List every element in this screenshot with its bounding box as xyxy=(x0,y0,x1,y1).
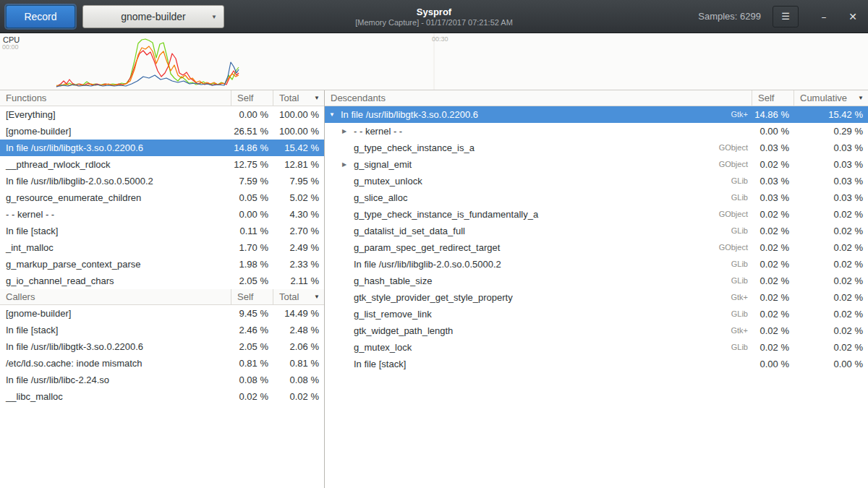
descendant-name-cell: g_hash_table_sizeGLib xyxy=(325,273,752,289)
function-name: In file /usr/lib/libgtk-3.so.0.2200.6 xyxy=(0,140,231,156)
tree-row[interactable]: In file [stack]0.00 %0.00 % xyxy=(325,356,868,372)
category-label: GLib xyxy=(731,173,752,189)
column-header-total[interactable]: Total ▼ xyxy=(273,289,324,304)
category-label: GLib xyxy=(731,339,752,356)
descendant-name: g_mutex_lock xyxy=(354,339,412,356)
self-percent: 0.03 % xyxy=(752,173,794,189)
table-row[interactable]: [gnome-builder]26.51 %100.00 % xyxy=(0,123,324,140)
self-percent: 7.59 % xyxy=(231,173,273,189)
header-bar: Record gnome-builder ▼ Sysprof [Memory C… xyxy=(0,0,868,33)
expander-expanded-icon[interactable]: ▼ xyxy=(329,106,341,123)
cumulative-percent: 0.02 % xyxy=(794,206,868,223)
tree-row[interactable]: ▼In file /usr/lib/libgtk-3.so.0.2200.6Gt… xyxy=(325,106,868,123)
cumulative-percent: 0.02 % xyxy=(794,273,868,289)
column-label: Total xyxy=(279,291,299,302)
column-header-cumulative[interactable]: Cumulative ▼ xyxy=(794,90,868,106)
descendant-name: - - kernel - - xyxy=(354,123,402,140)
function-name: In file /usr/lib/libgtk-3.so.0.2200.6 xyxy=(0,338,231,355)
tree-row[interactable]: g_hash_table_sizeGLib0.02 %0.02 % xyxy=(325,273,868,289)
cpu-green-line xyxy=(56,39,239,86)
column-label: Self xyxy=(237,93,253,103)
total-percent: 5.02 % xyxy=(273,189,324,206)
tree-row[interactable]: g_param_spec_get_redirect_targetGObject0… xyxy=(325,239,868,256)
close-button[interactable]: ✕ xyxy=(843,7,862,26)
table-row[interactable]: g_markup_parse_context_parse1.98 %2.33 % xyxy=(0,256,324,273)
table-row[interactable]: - - kernel - -0.00 %4.30 % xyxy=(0,206,324,223)
tree-row[interactable]: g_datalist_id_set_data_fullGLib0.02 %0.0… xyxy=(325,223,868,239)
column-header-descendants[interactable]: Descendants xyxy=(325,90,752,106)
self-percent: 0.00 % xyxy=(231,106,273,123)
table-row[interactable]: g_resource_enumerate_children0.05 %5.02 … xyxy=(0,189,324,206)
tree-row[interactable]: g_slice_allocGLib0.03 %0.03 % xyxy=(325,189,868,206)
descendant-name-cell: ▶- - kernel - - xyxy=(325,123,752,140)
tree-row[interactable]: In file /usr/lib/libglib-2.0.so.0.5000.2… xyxy=(325,256,868,273)
self-percent: 0.00 % xyxy=(752,356,794,372)
table-row[interactable]: /etc/ld.so.cache: inode mismatch0.81 %0.… xyxy=(0,355,324,372)
expander-collapsed-icon[interactable]: ▶ xyxy=(342,123,354,140)
column-header-self[interactable]: Self xyxy=(231,90,273,106)
table-row[interactable]: In file /usr/lib/libglib-2.0.so.0.5000.2… xyxy=(0,173,324,189)
tree-row[interactable]: g_type_check_instance_is_fundamentally_a… xyxy=(325,206,868,223)
tree-row[interactable]: g_mutex_lockGLib0.02 %0.02 % xyxy=(325,339,868,356)
cpu-timeline[interactable]: CPU 00:00 00:30 xyxy=(0,33,868,90)
descendant-name: g_list_remove_link xyxy=(354,306,432,322)
cumulative-percent: 0.03 % xyxy=(794,140,868,156)
cumulative-percent: 0.03 % xyxy=(794,173,868,189)
tree-row[interactable]: gtk_style_provider_get_style_propertyGtk… xyxy=(325,289,868,306)
table-row[interactable]: In file [stack]2.46 %2.48 % xyxy=(0,322,324,338)
self-percent: 0.03 % xyxy=(752,140,794,156)
column-header-functions[interactable]: Functions xyxy=(0,90,231,106)
self-percent: 0.81 % xyxy=(231,355,273,372)
total-percent: 12.81 % xyxy=(273,156,324,173)
total-percent: 0.02 % xyxy=(273,388,324,405)
category-label: GObject xyxy=(719,140,752,156)
self-percent: 0.02 % xyxy=(752,156,794,173)
column-header-self[interactable]: Self xyxy=(231,289,273,304)
hamburger-menu-button[interactable]: ☰ xyxy=(773,6,799,27)
table-row[interactable]: [gnome-builder]9.45 %14.49 % xyxy=(0,305,324,322)
tree-row[interactable]: gtk_widget_path_lengthGtk+0.02 %0.02 % xyxy=(325,322,868,339)
minimize-button[interactable]: – xyxy=(814,7,833,26)
column-header-total[interactable]: Total ▼ xyxy=(273,90,324,106)
time-tick-mid: 00:30 xyxy=(432,35,448,43)
category-label: GLib xyxy=(731,223,752,239)
chevron-down-icon: ▼ xyxy=(211,14,217,20)
self-percent: 0.02 % xyxy=(752,306,794,322)
self-percent: 0.02 % xyxy=(752,322,794,339)
table-row[interactable]: In file /usr/lib/libc-2.24.so0.08 %0.08 … xyxy=(0,372,324,388)
table-row[interactable]: __libc_malloc0.02 %0.02 % xyxy=(0,388,324,405)
function-name: In file [stack] xyxy=(0,223,231,239)
cumulative-percent: 0.03 % xyxy=(794,189,868,206)
table-row[interactable]: In file [stack]0.11 %2.70 % xyxy=(0,223,324,239)
total-percent: 2.48 % xyxy=(273,322,324,338)
self-percent: 0.00 % xyxy=(752,123,794,140)
total-percent: 0.08 % xyxy=(273,372,324,388)
process-selector-dropdown[interactable]: gnome-builder ▼ xyxy=(82,5,224,28)
self-percent: 0.08 % xyxy=(231,372,273,388)
function-name: g_resource_enumerate_children xyxy=(0,189,231,206)
function-name: In file /usr/lib/libc-2.24.so xyxy=(0,372,231,388)
column-header-self[interactable]: Self xyxy=(752,90,794,106)
tree-row[interactable]: g_list_remove_linkGLib0.02 %0.02 % xyxy=(325,306,868,322)
column-label: Descendants xyxy=(331,93,386,103)
table-row[interactable]: g_io_channel_read_chars2.05 %2.11 % xyxy=(0,273,324,289)
table-row[interactable]: __pthread_rwlock_rdlock12.75 %12.81 % xyxy=(0,156,324,173)
table-row[interactable]: _int_malloc1.70 %2.49 % xyxy=(0,239,324,256)
tree-row[interactable]: ▶- - kernel - -0.00 %0.29 % xyxy=(325,123,868,140)
column-header-callers[interactable]: Callers xyxy=(0,289,231,304)
descendant-name: g_type_check_instance_is_a xyxy=(354,140,475,156)
total-percent: 7.95 % xyxy=(273,173,324,189)
tree-row[interactable]: g_type_check_instance_is_aGObject0.03 %0… xyxy=(325,140,868,156)
callers-table-body: [gnome-builder]9.45 %14.49 %In file [sta… xyxy=(0,305,324,405)
self-percent: 26.51 % xyxy=(231,123,273,140)
table-row[interactable]: In file /usr/lib/libgtk-3.so.0.2200.62.0… xyxy=(0,338,324,355)
record-button[interactable]: Record xyxy=(6,5,75,28)
functions-table-body: [Everything]0.00 %100.00 %[gnome-builder… xyxy=(0,106,324,289)
category-label: GLib xyxy=(731,256,752,273)
tree-row[interactable]: g_mutex_unlockGLib0.03 %0.03 % xyxy=(325,173,868,189)
tree-row[interactable]: ▶g_signal_emitGObject0.02 %0.03 % xyxy=(325,156,868,173)
self-percent: 1.98 % xyxy=(231,256,273,273)
expander-collapsed-icon[interactable]: ▶ xyxy=(342,156,354,173)
table-row[interactable]: In file /usr/lib/libgtk-3.so.0.2200.614.… xyxy=(0,140,324,156)
table-row[interactable]: [Everything]0.00 %100.00 % xyxy=(0,106,324,123)
